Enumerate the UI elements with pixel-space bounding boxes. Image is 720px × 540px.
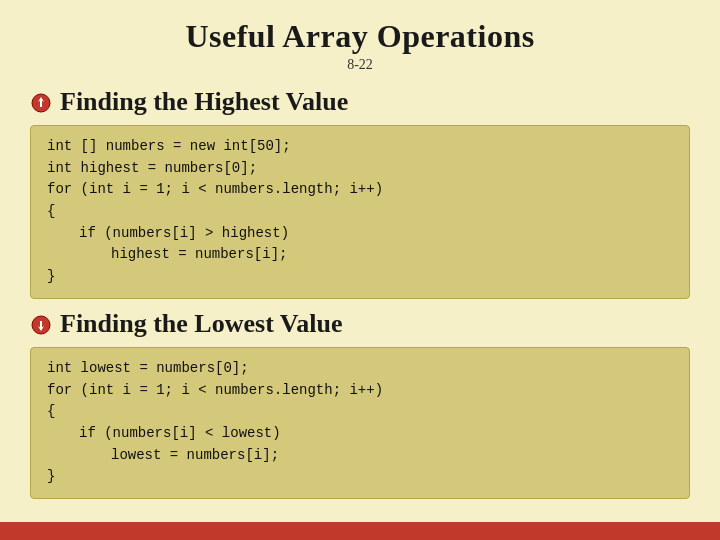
- bottom-bar: [0, 522, 720, 540]
- section1-title: Finding the Highest Value: [60, 87, 348, 117]
- slide-content: Finding the Highest Value int [] numbers…: [0, 77, 720, 540]
- svg-rect-5: [40, 321, 42, 328]
- code-line: int lowest = numbers[0];: [47, 358, 673, 380]
- section1-heading: Finding the Highest Value: [30, 87, 690, 117]
- code-line: {: [47, 201, 673, 223]
- code-line: lowest = numbers[i];: [47, 445, 673, 467]
- slide: Useful Array Operations 8-22 Finding the…: [0, 0, 720, 540]
- code-line: int [] numbers = new int[50];: [47, 136, 673, 158]
- svg-rect-2: [40, 100, 42, 107]
- code-line: if (numbers[i] < lowest): [47, 423, 673, 445]
- section2-title: Finding the Lowest Value: [60, 309, 342, 339]
- slide-number: 8-22: [0, 57, 720, 73]
- code-line: }: [47, 266, 673, 288]
- code-line: int highest = numbers[0];: [47, 158, 673, 180]
- bullet-icon-2: [30, 313, 52, 335]
- code-line: for (int i = 1; i < numbers.length; i++): [47, 179, 673, 201]
- code-line: if (numbers[i] > highest): [47, 223, 673, 245]
- slide-header: Useful Array Operations 8-22: [0, 0, 720, 77]
- code-line: highest = numbers[i];: [47, 244, 673, 266]
- code-line: for (int i = 1; i < numbers.length; i++): [47, 380, 673, 402]
- code-line: {: [47, 401, 673, 423]
- bullet-icon-1: [30, 91, 52, 113]
- section2-code-block: int lowest = numbers[0]; for (int i = 1;…: [30, 347, 690, 499]
- code-line: }: [47, 466, 673, 488]
- section1-code-block: int [] numbers = new int[50]; int highes…: [30, 125, 690, 299]
- slide-title: Useful Array Operations: [0, 18, 720, 55]
- section2-heading: Finding the Lowest Value: [30, 309, 690, 339]
